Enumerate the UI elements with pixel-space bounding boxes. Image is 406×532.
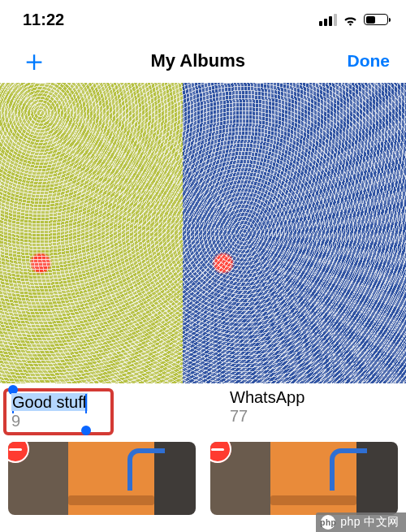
album-count: 77 [230, 407, 406, 426]
cellular-signal-icon [319, 14, 337, 26]
nav-bar: ＋ My Albums Done [0, 39, 406, 83]
album-thumbnail-row [0, 435, 406, 515]
page-title: My Albums [150, 50, 245, 71]
battery-icon [364, 14, 388, 25]
add-album-button[interactable]: ＋ [19, 46, 49, 76]
album-count: 9 [11, 412, 88, 430]
album-labels-row: Good stuff 9 WhatsApp 77 [0, 383, 406, 435]
album-thumbnail-row[interactable] [0, 83, 406, 383]
album-name[interactable]: WhatsApp [230, 388, 406, 407]
watermark: php php 中文网 [316, 513, 406, 532]
watermark-text: php 中文网 [340, 515, 400, 530]
delete-album-button[interactable] [8, 442, 29, 463]
album-name-edit-highlight: Good stuff 9 [3, 388, 114, 435]
selection-handle-end-icon[interactable] [81, 426, 91, 435]
album-thumbnail[interactable] [8, 442, 196, 515]
minus-icon [9, 448, 22, 451]
album-label-cell: WhatsApp 77 [207, 388, 406, 435]
albums-grid: Good stuff 9 WhatsApp 77 [0, 83, 406, 515]
status-time: 11:22 [23, 11, 64, 29]
watermark-logo-icon: php [321, 515, 335, 530]
selection-caret-end [85, 394, 87, 413]
delete-album-button[interactable] [210, 442, 231, 463]
album-thumbnail[interactable] [210, 442, 398, 515]
wifi-icon [342, 14, 359, 26]
album-name-input[interactable]: Good stuff [11, 393, 88, 411]
status-indicators [319, 14, 388, 26]
album-label-cell: Good stuff 9 [8, 388, 207, 435]
status-bar: 11:22 [0, 0, 406, 39]
done-button[interactable]: Done [348, 51, 391, 71]
minus-icon [211, 448, 224, 451]
